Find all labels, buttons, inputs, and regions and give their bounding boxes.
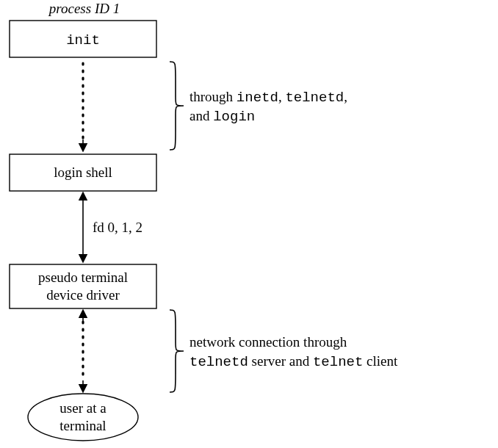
login-shell-text: login shell (54, 165, 112, 180)
network-label-line2: telnetd server and telnet client (190, 353, 398, 370)
brace-through (170, 62, 184, 150)
brace-network (170, 310, 184, 392)
network-label-line1: network connection through (190, 334, 347, 350)
through-label-line1: through inetd, telnetd, (190, 89, 347, 106)
pseudo-line2: device driver (46, 287, 120, 303)
user-line1: user at a (59, 400, 107, 416)
init-text: init (66, 32, 100, 48)
fd-label: fd 0, 1, 2 (93, 220, 142, 235)
process-id-label: process ID 1 (48, 1, 120, 16)
process-diagram: process ID 1 init through inetd, telnetd… (0, 0, 498, 448)
through-label-line2: and login (190, 108, 255, 125)
pseudo-line1: pseudo terminal (38, 270, 128, 285)
user-line2: terminal (59, 418, 106, 433)
